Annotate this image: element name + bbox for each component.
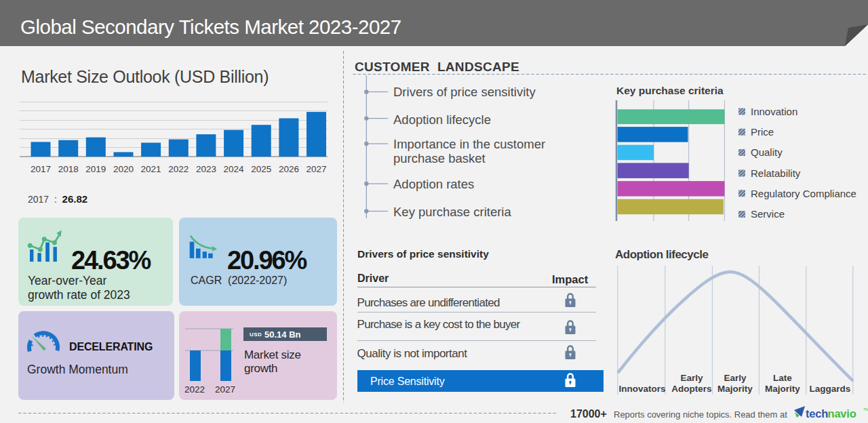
svg-text:2027: 2027: [306, 164, 326, 174]
svg-text:2024: 2024: [224, 164, 245, 174]
svg-text:2023: 2023: [196, 164, 216, 174]
svg-text:2021: 2021: [141, 164, 161, 174]
svg-text:2022: 2022: [168, 164, 189, 174]
svg-text:2025: 2025: [251, 164, 271, 174]
svg-text:2019: 2019: [85, 164, 106, 174]
svg-text:2018: 2018: [58, 164, 79, 174]
svg-text:2020: 2020: [113, 164, 134, 174]
svg-text:2026: 2026: [279, 164, 299, 174]
svg-text:navio: navio: [828, 407, 856, 420]
svg-text:tech: tech: [806, 407, 828, 420]
svg-text:2017: 2017: [31, 164, 51, 174]
svg-text:TM: TM: [863, 407, 868, 411]
